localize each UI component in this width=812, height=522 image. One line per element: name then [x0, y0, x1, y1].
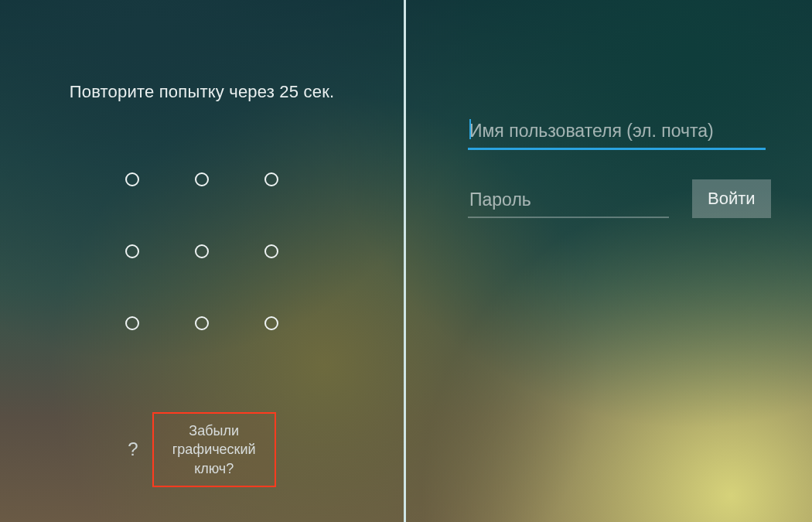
account-login-pane: Войти: [406, 0, 812, 522]
pattern-dot-4[interactable]: [125, 244, 139, 258]
login-button[interactable]: Войти: [692, 179, 771, 218]
pattern-dot-3[interactable]: [264, 172, 278, 186]
forgot-pattern-button[interactable]: Забыли графический ключ?: [152, 412, 276, 487]
pattern-dot-9[interactable]: [264, 316, 278, 330]
pattern-dot-1[interactable]: [125, 172, 139, 186]
password-input[interactable]: [468, 185, 669, 218]
login-form: Войти: [468, 116, 766, 247]
pattern-dot-5[interactable]: [195, 244, 209, 258]
pattern-lock-pane: Повторите попытку через 25 сек. ? Забыли…: [0, 0, 406, 522]
password-row: Войти: [468, 179, 766, 218]
username-field-wrap[interactable]: [468, 116, 766, 150]
help-icon[interactable]: ?: [128, 438, 138, 460]
pattern-dot-8[interactable]: [195, 316, 209, 330]
retry-message: Повторите попытку через 25 сек.: [0, 82, 404, 102]
username-input[interactable]: [468, 116, 766, 150]
pattern-footer: ? Забыли графический ключ?: [0, 412, 404, 487]
pattern-dot-6[interactable]: [264, 244, 278, 258]
pattern-dot-7[interactable]: [125, 316, 139, 330]
pattern-grid[interactable]: [97, 143, 306, 360]
pattern-dot-2[interactable]: [195, 172, 209, 186]
username-row: [468, 116, 766, 150]
two-panel-lockscreen: Повторите попытку через 25 сек. ? Забыли…: [0, 0, 812, 522]
